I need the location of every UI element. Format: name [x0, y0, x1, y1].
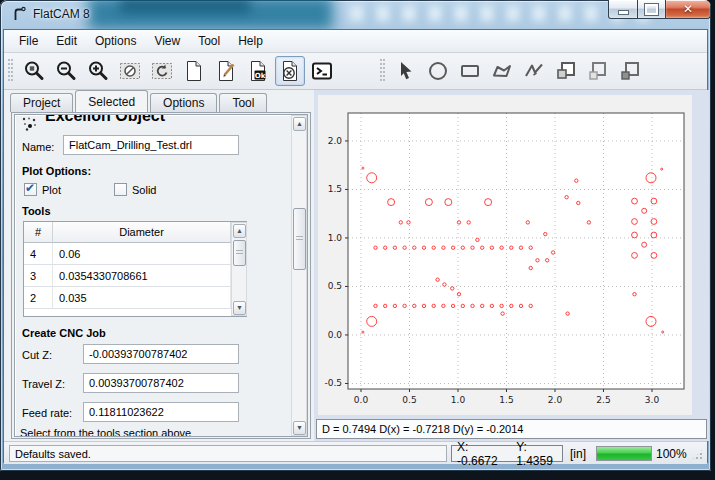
- replot-button[interactable]: [147, 56, 177, 86]
- draw-polygon-button[interactable]: [487, 56, 517, 86]
- feedrate-input[interactable]: 0.11811023622: [83, 402, 239, 422]
- object-title: Excellon Object: [45, 114, 165, 125]
- table-cell[interactable]: 0.035: [53, 287, 231, 309]
- minimize-icon: [618, 10, 629, 15]
- svg-text:-0.5: -0.5: [324, 378, 342, 388]
- name-input[interactable]: FlatCam_Drilling_Test.drl: [63, 135, 239, 155]
- clear-plot-button[interactable]: [115, 56, 145, 86]
- zoom-in-icon: [86, 59, 110, 83]
- cutz-label: Cut Z:: [22, 349, 52, 361]
- column-header-number[interactable]: #: [24, 222, 53, 243]
- pointer-icon: [394, 59, 418, 83]
- name-label: Name:: [22, 141, 54, 153]
- resize-grip-icon[interactable]: [691, 448, 704, 461]
- progress-percentage: 100%: [656, 447, 687, 461]
- flatcam-logo-icon: [11, 6, 28, 23]
- desktop-background: FlatCAM 8 ✕ File Edit Options View Tool …: [0, 0, 715, 480]
- new-file-button[interactable]: [179, 56, 209, 86]
- toolbar-handle[interactable]: [8, 59, 13, 83]
- flatcam-window: FlatCAM 8 ✕ File Edit Options View Tool …: [0, 0, 711, 471]
- menu-view[interactable]: View: [145, 31, 189, 51]
- zoom-in-button[interactable]: [83, 56, 113, 86]
- tab-selected[interactable]: Selected: [75, 90, 148, 112]
- zoom-fit-button[interactable]: [19, 56, 49, 86]
- edit-file-button[interactable]: [211, 56, 241, 86]
- minimize-button[interactable]: [608, 0, 638, 19]
- circle-icon: [426, 59, 450, 83]
- toolbar-handle[interactable]: [380, 59, 385, 83]
- title-bar[interactable]: FlatCAM 8 ✕: [0, 0, 711, 29]
- selected-tab-pane: Excellon Object Name: FlatCam_Drilling_T…: [11, 112, 311, 439]
- scrollbar-thumb[interactable]: [233, 240, 246, 266]
- menu-tool[interactable]: Tool: [189, 31, 229, 51]
- draw-rectangle-button[interactable]: [455, 56, 485, 86]
- solid-checkbox[interactable]: [114, 183, 127, 196]
- panel-scrollbar[interactable]: ▲ ▼: [291, 115, 307, 436]
- scrollbar-thumb[interactable]: [293, 208, 306, 270]
- progress-bar: [596, 446, 652, 461]
- solid-checkbox-label[interactable]: Solid: [132, 184, 156, 196]
- tab-options[interactable]: Options: [150, 93, 217, 112]
- object-scroll-area: Excellon Object Name: FlatCam_Drilling_T…: [14, 114, 308, 437]
- table-cell[interactable]: 4: [24, 243, 53, 265]
- scroll-up-icon[interactable]: ▲: [293, 117, 306, 131]
- measurement-readout: D = 0.7494 D(x) = -0.7218 D(y) = -0.2014: [316, 419, 707, 439]
- tab-tool[interactable]: Tool: [219, 93, 267, 112]
- duplicate-objects-button[interactable]: [583, 56, 613, 86]
- cancel-file-button[interactable]: [275, 56, 305, 86]
- table-cell[interactable]: 3: [24, 265, 53, 287]
- pointer-tool-button[interactable]: [391, 56, 421, 86]
- table-cell[interactable]: 0.06: [53, 243, 231, 265]
- plot-figure[interactable]: 0.00.51.01.52.02.53.0-0.50.00.51.01.52.0: [318, 95, 692, 415]
- paste-objects-button[interactable]: [615, 56, 645, 86]
- menu-file[interactable]: File: [10, 31, 47, 51]
- svg-text:2.0: 2.0: [548, 395, 563, 405]
- copy-objects-button[interactable]: [551, 56, 581, 86]
- coordinate-y: Y: 1.4359: [516, 440, 562, 468]
- svg-text:2.0: 2.0: [328, 136, 343, 146]
- table-scrollbar[interactable]: ▲ ▼: [231, 222, 247, 316]
- shell-button[interactable]: [307, 56, 337, 86]
- ok-file-icon: Ok: [246, 59, 270, 83]
- scroll-down-icon[interactable]: ▼: [293, 421, 306, 435]
- draw-polyline-button[interactable]: [519, 56, 549, 86]
- tools-table[interactable]: # Diameter 4 0.06 3 0.0354330708661 2 0.…: [23, 221, 247, 317]
- svg-text:0.0: 0.0: [328, 330, 343, 340]
- polyline-icon: [522, 59, 546, 83]
- close-button[interactable]: ✕: [665, 0, 711, 19]
- table-cell[interactable]: 2: [24, 287, 53, 309]
- svg-text:1.5: 1.5: [328, 184, 342, 194]
- replot-icon: [150, 59, 174, 83]
- menu-edit[interactable]: Edit: [47, 31, 86, 51]
- polygon-icon: [490, 59, 514, 83]
- clear-plot-icon: [118, 59, 142, 83]
- plot-checkbox[interactable]: [24, 183, 37, 196]
- travelz-input[interactable]: 0.00393700787402: [83, 373, 239, 393]
- scroll-up-icon[interactable]: ▲: [233, 224, 246, 238]
- draw-circle-button[interactable]: [423, 56, 453, 86]
- menu-help[interactable]: Help: [229, 31, 272, 51]
- column-header-diameter[interactable]: Diameter: [53, 222, 231, 243]
- drill-plot-canvas[interactable]: 0.00.51.01.52.02.53.0-0.50.00.51.01.52.0: [318, 95, 692, 415]
- cutz-input[interactable]: -0.00393700787402: [83, 344, 239, 364]
- plot-panel: 0.00.51.01.52.02.53.0-0.50.00.51.01.52.0…: [314, 90, 709, 441]
- svg-text:0.5: 0.5: [328, 281, 342, 291]
- table-cell[interactable]: 0.0354330708661: [53, 265, 231, 287]
- status-message: Defaults saved.: [9, 445, 447, 462]
- menu-bar: File Edit Options View Tool Help: [4, 30, 707, 53]
- units-label: [in]: [570, 447, 586, 461]
- tab-bar: Project Selected Options Tool: [10, 91, 269, 112]
- plot-checkbox-label[interactable]: Plot: [42, 184, 61, 196]
- cancel-file-icon: [278, 59, 302, 83]
- scroll-down-icon[interactable]: ▼: [233, 301, 246, 315]
- close-icon: ✕: [683, 2, 693, 16]
- ok-file-button[interactable]: Ok: [243, 56, 273, 86]
- copy-objects-icon: [554, 59, 578, 83]
- zoom-out-button[interactable]: [51, 56, 81, 86]
- tab-project[interactable]: Project: [10, 93, 73, 112]
- travelz-label: Travel Z:: [22, 378, 65, 390]
- edit-file-icon: [214, 59, 238, 83]
- maximize-button[interactable]: [637, 0, 666, 19]
- menu-options[interactable]: Options: [86, 31, 145, 51]
- new-file-icon: [182, 59, 206, 83]
